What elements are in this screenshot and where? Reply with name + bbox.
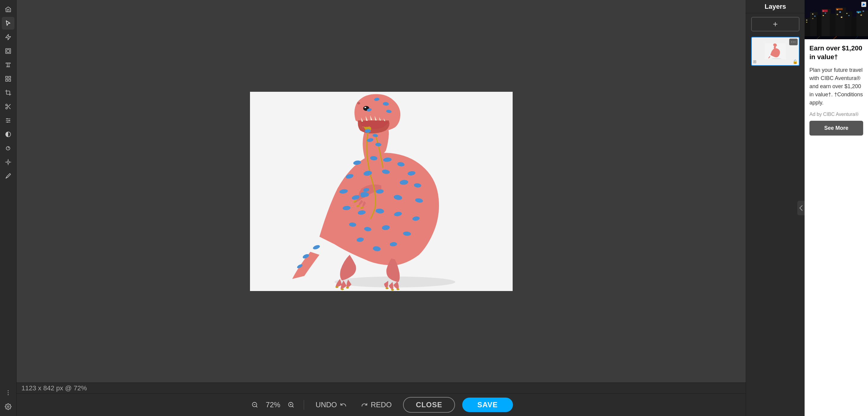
ad-image: ▶ [805, 0, 868, 39]
svg-rect-93 [823, 15, 824, 16]
layer-lock-icon: 🔒 [793, 59, 798, 64]
more-tools-button[interactable] [2, 386, 14, 399]
svg-rect-96 [837, 14, 838, 15]
ad-body: Plan your future travel with CIBC Aventu… [809, 66, 863, 107]
home-button[interactable] [2, 3, 14, 16]
layer-options-button[interactable]: ··· [789, 39, 798, 45]
svg-rect-2 [6, 76, 7, 78]
svg-point-25 [396, 288, 399, 290]
svg-rect-103 [822, 10, 828, 12]
svg-rect-95 [839, 11, 841, 13]
svg-point-13 [8, 390, 9, 391]
add-layer-button[interactable]: + [751, 17, 800, 31]
svg-rect-77 [805, 18, 811, 39]
svg-rect-105 [857, 11, 861, 13]
ad-panel: ▶ Earn over $1,200 in value† Plan your f… [805, 0, 868, 416]
canvas-image[interactable] [250, 92, 513, 291]
contrast-button[interactable] [2, 128, 14, 141]
layers-header: Layers [746, 0, 805, 13]
svg-rect-97 [841, 17, 842, 18]
bottom-toolbar: 72% UNDO [17, 393, 746, 416]
svg-point-22 [335, 286, 338, 288]
svg-point-12 [7, 161, 9, 163]
text-button[interactable] [2, 59, 14, 71]
svg-point-23 [341, 288, 344, 290]
undo-button[interactable]: UNDO [311, 398, 351, 412]
svg-rect-4 [6, 79, 7, 81]
heal-button[interactable] [2, 156, 14, 168]
zoom-out-button[interactable] [249, 399, 260, 410]
settings-button[interactable] [2, 400, 14, 413]
svg-rect-89 [814, 16, 815, 17]
zoom-value: 72% [264, 401, 282, 409]
svg-rect-99 [848, 15, 849, 16]
adjust-button[interactable] [2, 114, 14, 127]
canvas-container [17, 0, 746, 383]
collapse-panel-button[interactable] [797, 201, 805, 215]
separator-1 [304, 400, 304, 410]
save-button[interactable]: SAVE [462, 397, 513, 412]
layer-item[interactable]: ··· ⊞ 🔒 [751, 37, 800, 66]
svg-rect-1 [7, 50, 9, 52]
scissors-button[interactable] [2, 100, 14, 113]
left-toolbar [0, 0, 17, 416]
svg-point-10 [7, 122, 8, 123]
svg-rect-0 [6, 49, 11, 54]
watermark-button[interactable] [2, 142, 14, 155]
close-button[interactable]: CLOSE [403, 397, 455, 413]
ad-title: Earn over $1,200 in value† [809, 44, 863, 61]
layers-panel: Layers + ··· ⊞ 🔒 [746, 0, 805, 416]
svg-rect-86 [806, 20, 807, 21]
zoom-control: 72% [249, 399, 297, 410]
svg-point-16 [7, 406, 9, 408]
svg-rect-90 [812, 18, 813, 19]
add-layer-icon: + [773, 19, 778, 29]
svg-point-26 [391, 289, 394, 291]
svg-rect-104 [836, 8, 843, 10]
main-area: 1123 x 842 px @ 72% 72% UNDO [17, 0, 746, 416]
svg-point-27 [385, 287, 389, 289]
ad-see-more-button[interactable]: See More [809, 121, 863, 135]
svg-point-8 [7, 118, 8, 120]
zoom-in-button[interactable] [286, 399, 297, 410]
svg-point-14 [8, 392, 9, 393]
svg-rect-101 [861, 14, 862, 16]
svg-rect-88 [812, 13, 813, 14]
ad-content: Earn over $1,200 in value† Plan your fut… [805, 39, 868, 416]
smart-select-button[interactable] [2, 31, 14, 43]
ad-sponsored-icon: ▶ [861, 2, 866, 7]
svg-rect-92 [825, 13, 826, 13]
status-bar: 1123 x 842 px @ 72% [17, 383, 746, 393]
layer-icons: ⊞ 🔒 [753, 59, 798, 64]
svg-rect-78 [810, 12, 817, 39]
layer-image-icon: ⊞ [753, 59, 756, 64]
svg-point-20 [364, 107, 366, 108]
svg-rect-81 [830, 13, 836, 39]
layers-title: Layers [765, 3, 786, 10]
svg-rect-79 [817, 15, 822, 39]
svg-rect-102 [863, 10, 864, 12]
redo-button[interactable]: REDO [357, 398, 396, 412]
svg-rect-5 [9, 79, 10, 81]
svg-point-21 [357, 102, 360, 104]
pattern-button[interactable] [2, 72, 14, 85]
undo-redo-group: UNDO REDO [311, 398, 396, 412]
svg-rect-85 [857, 10, 868, 39]
brush-button[interactable] [2, 170, 14, 182]
svg-point-15 [8, 394, 9, 395]
svg-rect-87 [806, 22, 807, 23]
svg-rect-98 [846, 13, 847, 14]
svg-point-9 [9, 120, 10, 121]
frame-button[interactable] [2, 45, 14, 57]
image-info: 1123 x 842 px @ 72% [22, 384, 87, 392]
svg-point-24 [346, 287, 349, 289]
crop-button[interactable] [2, 86, 14, 99]
ad-attribution: Ad by CIBC Aventura® [809, 112, 863, 117]
select-tool-button[interactable] [2, 17, 14, 30]
svg-rect-3 [9, 76, 10, 78]
